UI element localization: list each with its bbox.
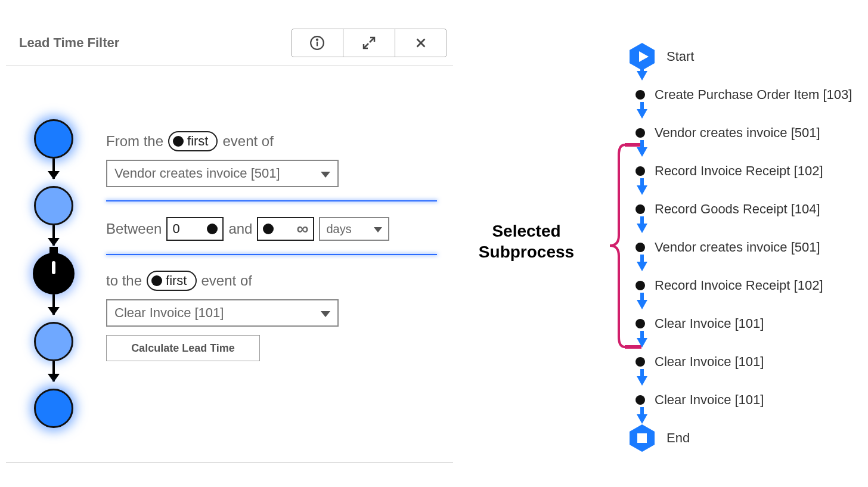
flow-arrow-icon	[637, 224, 647, 233]
annotation-line2: Subprocess	[461, 241, 592, 262]
flow-step: Vendor creates invoice [501]	[632, 121, 852, 145]
flow-step: Record Invoice Receipt [102]	[632, 274, 852, 297]
flow-start: Start	[632, 45, 852, 69]
to-event-value: Clear Invoice [101]	[114, 305, 224, 321]
panel-header: Lead Time Filter	[6, 24, 453, 66]
to-toggle-label: first	[166, 273, 187, 289]
diagram-arrow	[52, 294, 55, 315]
from-first-last-toggle[interactable]: first	[168, 131, 218, 151]
flow-end: End	[632, 426, 852, 450]
flow-arrow-icon	[637, 262, 647, 271]
flow-step-label: Create Purchase Order Item [103]	[655, 87, 852, 103]
stopwatch-icon	[33, 253, 75, 294]
process-flow: Start Create Purchase Order Item [103]Ve…	[632, 45, 852, 450]
flow-arrow-icon	[637, 185, 647, 195]
max-value: ∞	[296, 219, 308, 238]
close-button[interactable]	[395, 29, 447, 57]
flow-arrow-icon	[637, 338, 647, 348]
lead-time-filter-panel: Lead Time Filter	[6, 24, 453, 66]
flow-step: Create Purchase Order Item [103]	[632, 83, 852, 107]
svg-rect-10	[637, 433, 647, 443]
min-value-input[interactable]: 0	[166, 217, 224, 241]
divider	[106, 254, 437, 255]
flow-start-label: Start	[666, 49, 694, 64]
flow-step: Vendor creates invoice [501]	[632, 235, 852, 259]
from-toggle-label: first	[187, 134, 208, 149]
divider	[106, 200, 437, 201]
flow-arrow-icon	[637, 414, 647, 424]
input-dot-icon	[207, 224, 218, 234]
from-row: From the first event of	[106, 131, 437, 151]
flow-step-label: Clear Invoice [101]	[655, 392, 764, 408]
flow-step-label: Vendor creates invoice [501]	[655, 125, 820, 141]
flow-dot-icon	[636, 243, 645, 252]
unit-value: days	[326, 222, 351, 236]
panel-footer-divider	[6, 462, 453, 463]
to-first-last-toggle[interactable]: first	[147, 271, 196, 291]
calculate-button[interactable]: Calculate Lead Time	[106, 335, 260, 361]
flow-step: Record Goods Receipt [104]	[632, 197, 852, 221]
expand-button[interactable]	[343, 29, 395, 57]
calculate-label: Calculate Lead Time	[131, 342, 235, 355]
from-event-value: Vendor creates invoice [501]	[114, 166, 280, 181]
to-row: to the first event of	[106, 271, 437, 291]
flow-step-label: Clear Invoice [101]	[655, 354, 764, 370]
toggle-dot-icon	[151, 275, 162, 286]
flow-arrow-icon	[637, 71, 647, 80]
flow-dot-icon	[636, 395, 645, 405]
end-icon	[627, 423, 657, 453]
flow-dot-icon	[636, 204, 645, 214]
flow-arrow-icon	[637, 109, 647, 119]
between-label: Between	[106, 221, 162, 237]
node-end	[34, 389, 73, 428]
flow-step: Clear Invoice [101]	[632, 350, 852, 374]
node-from	[34, 186, 73, 225]
flow-step-label: Record Invoice Receipt [102]	[655, 278, 823, 293]
flow-arrow-icon	[637, 300, 647, 309]
flow-dot-icon	[636, 281, 645, 290]
flow-step-label: Clear Invoice [101]	[655, 316, 764, 331]
between-row: Between 0 and ∞ days	[106, 217, 437, 241]
node-start	[34, 119, 73, 159]
from-suffix: event of	[222, 133, 273, 150]
flow-arrow-icon	[637, 147, 647, 157]
info-button[interactable]	[291, 29, 343, 57]
and-label: and	[228, 221, 252, 237]
filter-form: From the first event of Vendor creates i…	[106, 131, 437, 370]
svg-point-2	[317, 39, 318, 41]
diagram-arrow	[52, 225, 55, 246]
input-dot-icon	[263, 224, 274, 234]
flow-dot-icon	[636, 128, 645, 138]
min-value: 0	[172, 221, 179, 237]
flow-step-label: Vendor creates invoice [501]	[655, 240, 820, 255]
filter-diagram	[30, 119, 78, 429]
from-prefix: From the	[106, 133, 163, 150]
toggle-dot-icon	[173, 136, 184, 147]
diagram-arrow	[52, 361, 55, 381]
flow-dot-icon	[636, 166, 645, 176]
from-event-select[interactable]: Vendor creates invoice [501]	[106, 160, 339, 187]
panel-title: Lead Time Filter	[19, 35, 119, 51]
diagram-arrow	[52, 159, 55, 179]
flow-step-label: Record Goods Receipt [104]	[655, 201, 820, 217]
node-to	[34, 322, 73, 361]
flow-dot-icon	[636, 357, 645, 367]
flow-step: Clear Invoice [101]	[632, 388, 852, 412]
flow-end-label: End	[666, 430, 690, 446]
max-value-input[interactable]: ∞	[257, 217, 314, 241]
flow-dot-icon	[636, 90, 645, 100]
flow-step: Record Invoice Receipt [102]	[632, 159, 852, 183]
panel-button-group	[292, 29, 447, 57]
unit-select[interactable]: days	[319, 217, 389, 241]
to-suffix: event of	[202, 272, 252, 289]
to-event-select[interactable]: Clear Invoice [101]	[106, 299, 339, 327]
flow-dot-icon	[636, 319, 645, 328]
flow-step-label: Record Invoice Receipt [102]	[655, 163, 823, 179]
flow-step: Clear Invoice [101]	[632, 312, 852, 336]
to-prefix: to the	[106, 272, 142, 289]
flow-arrow-icon	[637, 376, 647, 386]
annotation-line1: Selected	[461, 221, 592, 241]
sel

subprocess-annotation: Selected Subprocess	[461, 221, 592, 262]
